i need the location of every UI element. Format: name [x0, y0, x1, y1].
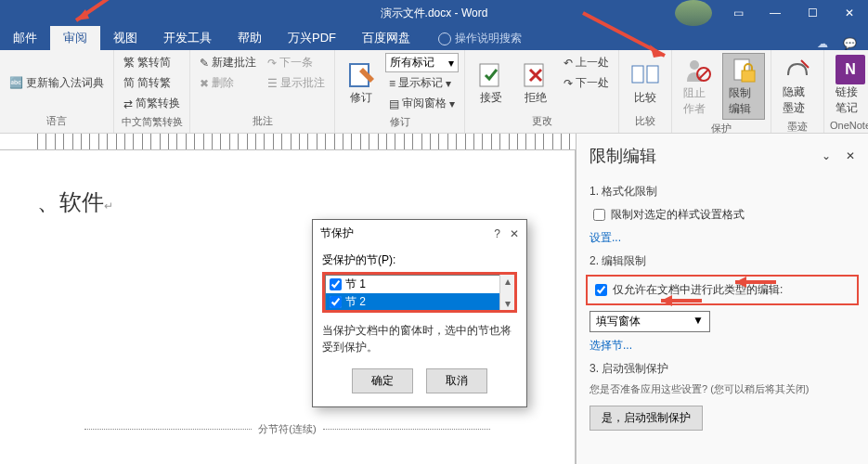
- section-1-checkbox[interactable]: [330, 278, 342, 290]
- tab-view[interactable]: 视图: [100, 26, 150, 50]
- group-comments-label: 批注: [196, 112, 329, 130]
- close-button[interactable]: ✕: [831, 0, 868, 26]
- editing-restriction-highlighted-row: 仅允许在文档中进行此类型的编辑:: [586, 275, 859, 305]
- select-sections-link[interactable]: 选择节...: [589, 338, 855, 354]
- group-language-label: 语言: [6, 112, 108, 130]
- svg-rect-1: [480, 64, 499, 86]
- limit-formatting-label: 限制对选定的样式设置格式: [611, 207, 745, 223]
- hide-ink-button[interactable]: 隐藏墨迹: [777, 53, 818, 118]
- compare-button[interactable]: 比较: [625, 53, 666, 112]
- task-pane-dropdown-icon[interactable]: ⌄: [822, 149, 831, 162]
- tab-wanxing-pdf[interactable]: 万兴PDF: [275, 26, 349, 50]
- dialog-help-icon[interactable]: ?: [494, 227, 500, 240]
- delete-icon: ✖: [200, 77, 209, 90]
- dialog-info-text: 当保护文档中的窗体时，选中的节也将受到保护。: [322, 322, 517, 355]
- start-enforcement-header: 3. 启动强制保护: [589, 361, 855, 377]
- show-icon: ☰: [267, 77, 278, 90]
- document-text: 、软件: [37, 189, 104, 214]
- list-item: 节 2: [326, 293, 513, 311]
- block-authors-button[interactable]: 阻止作者: [678, 53, 719, 120]
- tab-mail[interactable]: 邮件: [0, 26, 50, 50]
- reviewing-pane-button[interactable]: ▤审阅窗格 ▾: [385, 94, 459, 113]
- update-ime-dict-button[interactable]: 🔤 更新输入法词典: [6, 53, 108, 112]
- ribbon-display-options[interactable]: ▭: [719, 0, 757, 26]
- svg-rect-3: [632, 66, 643, 83]
- comments-icon[interactable]: 💬: [843, 37, 857, 50]
- select-arrow-icon: ▼: [693, 314, 704, 329]
- section-2-checkbox[interactable]: [330, 296, 342, 308]
- show-markup-button[interactable]: ≡显示标记 ▾: [385, 73, 459, 93]
- tell-me-search[interactable]: 操作说明搜索: [431, 27, 529, 50]
- group-onenote-label: OneNote: [830, 118, 868, 133]
- tab-review[interactable]: 审阅: [50, 26, 100, 50]
- minimize-button[interactable]: —: [757, 0, 794, 26]
- simp-to-trad-button[interactable]: 简简转繁: [120, 73, 184, 93]
- lightbulb-icon: [438, 32, 451, 45]
- new-comment-button[interactable]: ✎新建批注: [196, 53, 260, 72]
- svg-point-5: [690, 60, 699, 70]
- allow-editing-type-checkbox[interactable]: [595, 284, 607, 296]
- trad-to-simp-button[interactable]: 繁繁转简: [120, 53, 184, 72]
- editing-type-select[interactable]: 填写窗体 ▼: [589, 311, 710, 332]
- accept-button[interactable]: 接受: [471, 53, 512, 112]
- previous-change-button[interactable]: ↶上一处: [560, 53, 613, 72]
- convert-icon: 简: [123, 75, 135, 91]
- dialog-ok-button[interactable]: 确定: [352, 368, 413, 393]
- show-comments-button[interactable]: ☰显示批注: [264, 73, 329, 93]
- track-changes-icon: [346, 60, 376, 90]
- ime-icon: 🔤: [9, 76, 23, 89]
- restrict-editing-button[interactable]: 限制编辑: [722, 53, 765, 120]
- dialog-cancel-button[interactable]: 取消: [426, 368, 487, 393]
- editing-restrictions-header: 2. 编辑限制: [589, 253, 855, 269]
- comment-icon: ✎: [200, 57, 209, 70]
- convert-button[interactable]: ⇄简繁转换: [120, 94, 184, 113]
- prev-icon: ↶: [564, 57, 573, 70]
- next-icon: ↷: [267, 57, 277, 70]
- convert-icon: 繁: [123, 55, 135, 71]
- tab-help[interactable]: 帮助: [225, 26, 275, 50]
- reject-button[interactable]: 拒绝: [515, 53, 556, 112]
- accept-icon: [476, 60, 506, 90]
- delete-comment-button[interactable]: ✖删除: [196, 73, 260, 93]
- section-protection-dialog: 节保护 ? ✕ 受保护的节(P): 节 1 节 2 ▴▾ 当保护文档中的窗体时，…: [312, 219, 527, 407]
- next-comment-button[interactable]: ↷下一条: [264, 53, 329, 72]
- group-chinese-convert-label: 中文简繁转换: [120, 113, 184, 131]
- pane-icon: ▤: [389, 97, 399, 110]
- task-pane-title: 限制编辑: [589, 145, 656, 167]
- update-ime-dict-label: 更新输入法词典: [26, 75, 104, 91]
- share-icon[interactable]: ☁: [817, 37, 828, 50]
- tab-devtools[interactable]: 开发工具: [150, 26, 225, 50]
- next-change-button[interactable]: ↷下一处: [560, 73, 613, 93]
- user-avatar[interactable]: [675, 0, 712, 26]
- tell-me-placeholder: 操作说明搜索: [455, 31, 522, 46]
- task-pane-close-icon[interactable]: ✕: [846, 149, 855, 162]
- restrict-editing-icon: [729, 56, 758, 85]
- section-break-label: 分节符(连续): [254, 423, 319, 434]
- ink-icon: [783, 55, 812, 84]
- tab-baidu-netdisk[interactable]: 百度网盘: [349, 26, 423, 50]
- start-enforcement-button[interactable]: 是，启动强制保护: [589, 406, 703, 431]
- app-title: 演示文件.docx - Word: [381, 6, 488, 21]
- next-icon: ↷: [564, 77, 573, 90]
- allow-editing-type-label: 仅允许在文档中进行此类型的编辑:: [613, 282, 783, 298]
- maximize-button[interactable]: ☐: [794, 0, 831, 26]
- list-item: 节 1: [326, 276, 513, 293]
- listbox-scrollbar[interactable]: ▴▾: [499, 275, 514, 310]
- group-changes-label: 更改: [471, 112, 613, 130]
- formatting-restrictions-header: 1. 格式化限制: [589, 184, 855, 200]
- group-tracking-label: 修订: [341, 113, 459, 131]
- markup-view-combo[interactable]: 所有标记▾: [385, 53, 459, 72]
- dialog-close-icon[interactable]: ✕: [510, 227, 519, 240]
- track-changes-button[interactable]: 修订: [341, 53, 382, 113]
- convert-icon: ⇄: [123, 97, 133, 110]
- sections-listbox[interactable]: 节 1 节 2 ▴▾: [322, 272, 517, 313]
- onenote-icon: N: [836, 55, 865, 84]
- dialog-title: 节保护: [320, 226, 354, 241]
- svg-rect-8: [742, 71, 755, 82]
- onenote-button[interactable]: N 链接笔记: [830, 53, 868, 118]
- protected-sections-label: 受保护的节(P):: [322, 252, 517, 268]
- limit-formatting-checkbox[interactable]: [593, 209, 605, 221]
- reject-icon: [521, 60, 551, 90]
- formatting-settings-link[interactable]: 设置...: [589, 230, 855, 246]
- markup-icon: ≡: [389, 77, 395, 90]
